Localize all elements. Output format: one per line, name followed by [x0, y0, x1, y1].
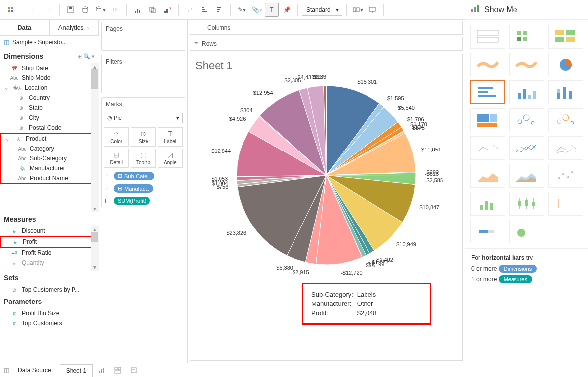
pill-manufacturer[interactable]: ⁘⊞ Manufact.. [102, 182, 185, 195]
tab-data-source[interactable]: Data Source [11, 364, 58, 377]
pie-label: $5,540 [398, 105, 415, 111]
fit-select[interactable]: Standard ▾ [302, 4, 342, 16]
marks-size[interactable]: ⊙Size [131, 127, 155, 147]
filters-shelf[interactable]: Filters [101, 55, 185, 93]
marks-color[interactable]: ⁘Color [104, 127, 129, 147]
pill-sub-category[interactable]: ⁘⊞ Sub-Cate.. [102, 170, 185, 182]
showme-chart-type[interactable] [509, 53, 544, 76]
showme-chart-type[interactable] [509, 164, 544, 188]
new-worksheet-icon[interactable]: + [131, 3, 145, 17]
field-product-name[interactable]: AbcProduct Name [1, 173, 98, 183]
swap-icon[interactable]: ⇄ [183, 3, 197, 17]
worksheet-view[interactable]: Sheet 1 $133$15,301$1,595$5,540$1,706$1,… [190, 54, 463, 361]
sort-asc-icon[interactable] [198, 3, 212, 17]
field-ship-date[interactable]: 📅Ship Date [0, 63, 99, 73]
refresh-icon[interactable]: ⟳ [108, 3, 122, 17]
showme-chart-type[interactable] [548, 192, 583, 216]
showme-chart-type[interactable] [509, 108, 544, 132]
sets-header: Sets [0, 271, 99, 285]
rows-icon: ≡ [194, 40, 198, 47]
svg-rect-20 [357, 8, 359, 12]
detail-icon: ⊟ [105, 151, 127, 159]
duplicate-icon[interactable] [146, 3, 159, 17]
clear-icon[interactable]: ✕ [160, 3, 174, 17]
field-postal[interactable]: ⊕Postal Code [0, 123, 99, 133]
showme-chart-type[interactable] [548, 25, 583, 49]
showme-chart-type[interactable] [509, 80, 544, 104]
field-discount[interactable]: #Discount [0, 226, 99, 236]
field-category[interactable]: AbcCategory [1, 144, 98, 153]
svg-rect-31 [523, 37, 527, 41]
marks-angle[interactable]: ◿Angle [158, 149, 183, 168]
marks-tooltip[interactable]: ▢Tooltip [131, 149, 155, 168]
highlight-icon[interactable]: ✎▾ [235, 3, 249, 17]
new-worksheet-tab-icon[interactable] [95, 363, 109, 377]
pages-shelf[interactable]: Pages [101, 22, 185, 51]
label-icon: T [159, 130, 181, 138]
datasource-tab-icon[interactable]: ◫ [4, 367, 9, 374]
field-quantity[interactable]: #Quantity [0, 258, 99, 268]
showme-chart-type[interactable] [470, 164, 505, 188]
attach-icon[interactable]: 📎▾ [250, 3, 264, 17]
sort-desc-icon[interactable] [213, 3, 226, 17]
showme-chart-type[interactable] [509, 136, 544, 160]
showme-chart-type[interactable] [470, 192, 505, 216]
field-state[interactable]: ⊕State [0, 103, 99, 113]
svg-point-75 [517, 229, 525, 237]
field-sub-category[interactable]: AbcSub-Category [1, 153, 98, 163]
tableau-logo-icon[interactable] [4, 3, 18, 17]
datasource-item[interactable]: ◫ Sample - Supersto... [0, 36, 99, 49]
showme-chart-type[interactable] [470, 53, 505, 76]
showme-chart-type[interactable] [470, 220, 505, 243]
field-profit[interactable]: #Profit [1, 237, 98, 247]
showme-chart-type[interactable] [470, 25, 505, 49]
field-ship-mode[interactable]: AbcShip Mode [0, 73, 99, 83]
showme-chart-type[interactable] [548, 80, 583, 104]
field-manufacturer[interactable]: 📎Manufacturer [1, 163, 98, 173]
field-profit-bin[interactable]: #Profit Bin Size [0, 308, 99, 318]
pill-sum-profit[interactable]: TSUM(Profit) [102, 195, 185, 207]
columns-shelf[interactable]: ⫿⫿⫿Columns [190, 21, 463, 35]
showme-chart-type[interactable] [509, 220, 544, 243]
save-icon[interactable] [64, 3, 77, 17]
showme-chart-type[interactable] [470, 136, 505, 160]
forward-icon[interactable]: → [41, 3, 55, 17]
show-cards-icon[interactable]: ▾ [351, 3, 365, 17]
field-top-customers[interactable]: ⊘Top Customers by P... [0, 285, 99, 295]
showme-chart-type[interactable] [548, 164, 583, 188]
new-datasource-icon[interactable] [78, 3, 92, 17]
field-location[interactable]: ⌄�⅄Location [0, 83, 99, 93]
new-dashboard-tab-icon[interactable] [111, 363, 125, 377]
show-labels-icon[interactable]: T [265, 3, 279, 17]
field-profit-ratio[interactable]: =#Profit Ratio [0, 248, 99, 258]
showme-chart-type[interactable] [548, 136, 583, 160]
pie-label: $578 [412, 125, 424, 131]
showme-chart-type[interactable] [548, 53, 583, 76]
pause-updates-icon[interactable]: ▾ [93, 3, 107, 17]
sheet-title[interactable]: Sheet 1 [195, 59, 457, 72]
tab-data[interactable]: Data [0, 20, 50, 35]
marks-label[interactable]: TLabel [158, 127, 183, 147]
svg-rect-18 [217, 11, 219, 12]
mark-type-select[interactable]: ◔ Pie▾ [104, 113, 183, 123]
field-product[interactable]: ⌄⅄Product [1, 134, 98, 144]
pie-label: -$304 [223, 107, 253, 113]
presentation-icon[interactable] [366, 3, 379, 17]
back-icon[interactable]: ← [26, 3, 40, 17]
show-me-header[interactable]: Show Me [465, 0, 588, 20]
field-city[interactable]: ⊕City [0, 113, 99, 123]
showme-chart-type[interactable] [548, 108, 583, 132]
showme-chart-type[interactable] [509, 25, 544, 49]
showme-chart-type[interactable] [470, 80, 505, 104]
pin-icon[interactable]: 📌 [280, 3, 294, 17]
rows-shelf[interactable]: ≡Rows [190, 37, 463, 51]
tab-analytics[interactable]: Analytics ◦ [50, 20, 99, 35]
marks-detail[interactable]: ⊟Detail [104, 149, 129, 168]
globe-icon: ⊕ [17, 105, 26, 111]
showme-chart-type[interactable] [470, 108, 505, 132]
showme-chart-type[interactable] [509, 192, 544, 216]
new-story-tab-icon[interactable] [127, 363, 141, 377]
field-country[interactable]: ⊕Country [0, 93, 99, 103]
tab-sheet-1[interactable]: Sheet 1 [60, 364, 93, 377]
field-top-cust-param[interactable]: #Top Customers [0, 318, 99, 328]
